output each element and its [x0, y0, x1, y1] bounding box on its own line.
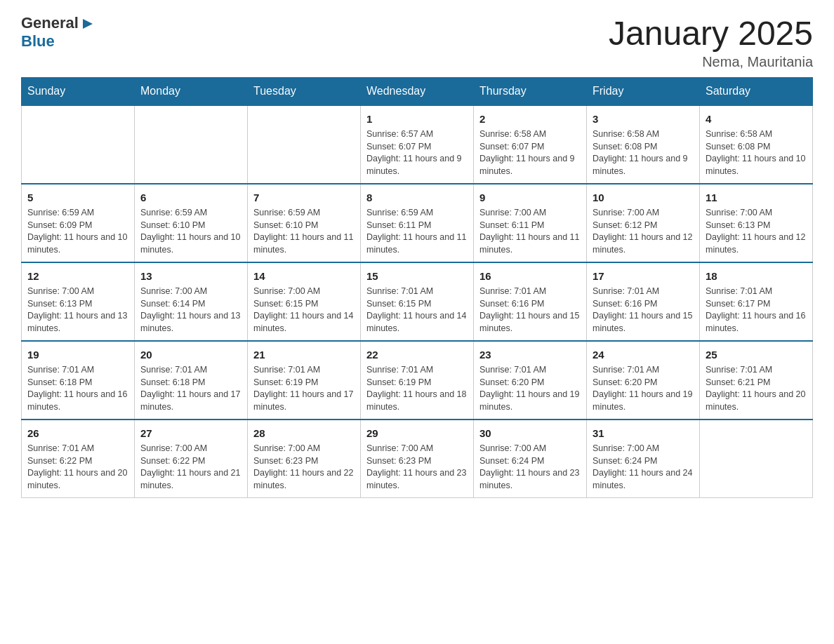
- day-info: Sunrise: 7:01 AMSunset: 6:18 PMDaylight:…: [140, 364, 241, 413]
- day-number: 8: [366, 190, 468, 205]
- day-number: 26: [27, 426, 128, 441]
- day-number: 10: [593, 190, 694, 205]
- day-cell: 5Sunrise: 6:59 AMSunset: 6:09 PMDaylight…: [22, 184, 135, 262]
- day-cell: 26Sunrise: 7:01 AMSunset: 6:22 PMDayligh…: [22, 420, 135, 498]
- svg-marker-0: [83, 19, 93, 29]
- day-info: Sunrise: 7:01 AMSunset: 6:20 PMDaylight:…: [479, 364, 581, 413]
- day-cell: [248, 105, 361, 184]
- day-number: 18: [706, 269, 807, 283]
- day-info: Sunrise: 7:01 AMSunset: 6:19 PMDaylight:…: [253, 364, 355, 413]
- day-number: 9: [479, 190, 581, 205]
- header-cell-wednesday: Wednesday: [361, 78, 474, 106]
- day-info: Sunrise: 7:00 AMSunset: 6:24 PMDaylight:…: [593, 443, 694, 492]
- day-number: 29: [366, 426, 468, 441]
- day-cell: 15Sunrise: 7:01 AMSunset: 6:15 PMDayligh…: [361, 262, 474, 341]
- day-cell: 9Sunrise: 7:00 AMSunset: 6:11 PMDaylight…: [474, 184, 587, 262]
- day-cell: 22Sunrise: 7:01 AMSunset: 6:19 PMDayligh…: [361, 341, 474, 420]
- day-number: 27: [140, 426, 241, 441]
- day-info: Sunrise: 7:01 AMSunset: 6:17 PMDaylight:…: [706, 286, 807, 335]
- day-cell: 20Sunrise: 7:01 AMSunset: 6:18 PMDayligh…: [135, 341, 248, 420]
- day-cell: 11Sunrise: 7:00 AMSunset: 6:13 PMDayligh…: [700, 184, 813, 262]
- day-number: 2: [479, 112, 581, 126]
- day-cell: 29Sunrise: 7:00 AMSunset: 6:23 PMDayligh…: [361, 420, 474, 498]
- day-cell: 4Sunrise: 6:58 AMSunset: 6:08 PMDaylight…: [700, 105, 813, 184]
- day-cell: 1Sunrise: 6:57 AMSunset: 6:07 PMDaylight…: [361, 105, 474, 184]
- day-info: Sunrise: 6:59 AMSunset: 6:11 PMDaylight:…: [366, 207, 468, 256]
- header-cell-tuesday: Tuesday: [248, 78, 361, 106]
- day-cell: 6Sunrise: 6:59 AMSunset: 6:10 PMDaylight…: [135, 184, 248, 262]
- day-number: 14: [253, 269, 355, 283]
- logo-general-text: General: [21, 14, 79, 32]
- day-info: Sunrise: 6:58 AMSunset: 6:08 PMDaylight:…: [706, 128, 807, 177]
- day-info: Sunrise: 6:57 AMSunset: 6:07 PMDaylight:…: [366, 128, 468, 177]
- day-info: Sunrise: 7:00 AMSunset: 6:23 PMDaylight:…: [253, 443, 355, 492]
- day-cell: 10Sunrise: 7:00 AMSunset: 6:12 PMDayligh…: [587, 184, 700, 262]
- day-cell: [22, 105, 135, 184]
- day-cell: [700, 420, 813, 498]
- day-info: Sunrise: 7:00 AMSunset: 6:14 PMDaylight:…: [140, 286, 241, 335]
- day-info: Sunrise: 7:00 AMSunset: 6:24 PMDaylight:…: [479, 443, 581, 492]
- day-cell: 8Sunrise: 6:59 AMSunset: 6:11 PMDaylight…: [361, 184, 474, 262]
- header-cell-thursday: Thursday: [474, 78, 587, 106]
- day-cell: 16Sunrise: 7:01 AMSunset: 6:16 PMDayligh…: [474, 262, 587, 341]
- day-cell: [135, 105, 248, 184]
- day-info: Sunrise: 7:01 AMSunset: 6:19 PMDaylight:…: [366, 364, 468, 413]
- day-number: 7: [253, 190, 355, 205]
- day-number: 15: [366, 269, 468, 283]
- day-number: 11: [706, 190, 807, 205]
- day-number: 17: [593, 269, 694, 283]
- day-info: Sunrise: 7:01 AMSunset: 6:16 PMDaylight:…: [593, 286, 694, 335]
- day-number: 31: [593, 426, 694, 441]
- week-row-2: 5Sunrise: 6:59 AMSunset: 6:09 PMDaylight…: [22, 184, 813, 262]
- title-block: January 2025 Nema, Mauritania: [609, 14, 813, 70]
- day-cell: 30Sunrise: 7:00 AMSunset: 6:24 PMDayligh…: [474, 420, 587, 498]
- logo: General Blue: [21, 14, 95, 51]
- calendar-title: January 2025: [609, 14, 813, 53]
- day-info: Sunrise: 7:01 AMSunset: 6:21 PMDaylight:…: [706, 364, 807, 413]
- day-number: 5: [27, 190, 128, 205]
- week-row-4: 19Sunrise: 7:01 AMSunset: 6:18 PMDayligh…: [22, 341, 813, 420]
- day-number: 24: [593, 347, 694, 362]
- day-info: Sunrise: 7:00 AMSunset: 6:11 PMDaylight:…: [479, 207, 581, 256]
- day-number: 13: [140, 269, 241, 283]
- day-info: Sunrise: 6:58 AMSunset: 6:07 PMDaylight:…: [479, 128, 581, 177]
- day-cell: 27Sunrise: 7:00 AMSunset: 6:22 PMDayligh…: [135, 420, 248, 498]
- day-number: 20: [140, 347, 241, 362]
- day-number: 16: [479, 269, 581, 283]
- day-number: 22: [366, 347, 468, 362]
- day-cell: 24Sunrise: 7:01 AMSunset: 6:20 PMDayligh…: [587, 341, 700, 420]
- day-number: 23: [479, 347, 581, 362]
- day-cell: 18Sunrise: 7:01 AMSunset: 6:17 PMDayligh…: [700, 262, 813, 341]
- day-cell: 28Sunrise: 7:00 AMSunset: 6:23 PMDayligh…: [248, 420, 361, 498]
- day-info: Sunrise: 7:01 AMSunset: 6:22 PMDaylight:…: [27, 443, 128, 492]
- day-cell: 12Sunrise: 7:00 AMSunset: 6:13 PMDayligh…: [22, 262, 135, 341]
- page-header: General Blue January 2025 Nema, Mauritan…: [21, 14, 813, 70]
- day-cell: 7Sunrise: 6:59 AMSunset: 6:10 PMDaylight…: [248, 184, 361, 262]
- header-row: SundayMondayTuesdayWednesdayThursdayFrid…: [22, 78, 813, 106]
- day-cell: 31Sunrise: 7:00 AMSunset: 6:24 PMDayligh…: [587, 420, 700, 498]
- calendar-body: 1Sunrise: 6:57 AMSunset: 6:07 PMDaylight…: [22, 105, 813, 498]
- calendar-subtitle: Nema, Mauritania: [609, 54, 813, 70]
- day-cell: 25Sunrise: 7:01 AMSunset: 6:21 PMDayligh…: [700, 341, 813, 420]
- calendar-table: SundayMondayTuesdayWednesdayThursdayFrid…: [21, 77, 813, 498]
- day-number: 4: [706, 112, 807, 126]
- day-info: Sunrise: 7:01 AMSunset: 6:15 PMDaylight:…: [366, 286, 468, 335]
- day-info: Sunrise: 7:00 AMSunset: 6:13 PMDaylight:…: [706, 207, 807, 256]
- logo-blue-text: Blue: [21, 32, 55, 51]
- day-info: Sunrise: 7:00 AMSunset: 6:23 PMDaylight:…: [366, 443, 468, 492]
- day-number: 6: [140, 190, 241, 205]
- header-cell-sunday: Sunday: [22, 78, 135, 106]
- day-info: Sunrise: 6:59 AMSunset: 6:10 PMDaylight:…: [140, 207, 241, 256]
- day-cell: 19Sunrise: 7:01 AMSunset: 6:18 PMDayligh…: [22, 341, 135, 420]
- calendar-header: SundayMondayTuesdayWednesdayThursdayFrid…: [22, 78, 813, 106]
- header-cell-friday: Friday: [587, 78, 700, 106]
- day-cell: 21Sunrise: 7:01 AMSunset: 6:19 PMDayligh…: [248, 341, 361, 420]
- day-number: 28: [253, 426, 355, 441]
- day-info: Sunrise: 7:01 AMSunset: 6:20 PMDaylight:…: [593, 364, 694, 413]
- day-info: Sunrise: 7:00 AMSunset: 6:15 PMDaylight:…: [253, 286, 355, 335]
- logo-arrow-icon: [80, 16, 95, 32]
- day-info: Sunrise: 7:01 AMSunset: 6:18 PMDaylight:…: [27, 364, 128, 413]
- day-cell: 2Sunrise: 6:58 AMSunset: 6:07 PMDaylight…: [474, 105, 587, 184]
- day-info: Sunrise: 6:58 AMSunset: 6:08 PMDaylight:…: [593, 128, 694, 177]
- day-cell: 13Sunrise: 7:00 AMSunset: 6:14 PMDayligh…: [135, 262, 248, 341]
